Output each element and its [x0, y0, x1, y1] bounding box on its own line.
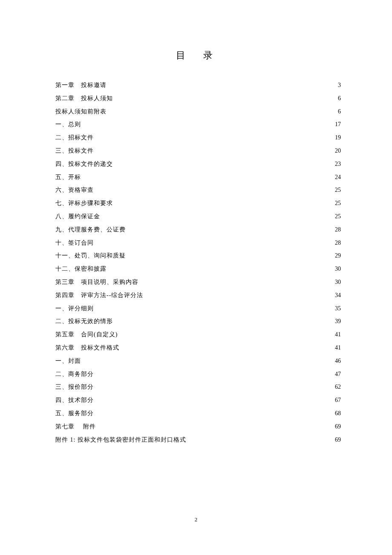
toc-entry-label: 一、评分细则 [55, 302, 94, 315]
toc-entry-label: 第七章 附件 [55, 420, 96, 434]
toc-entry-label: 六、资格审查 [55, 184, 94, 197]
toc-entry-label: 第一章 投标邀请 [55, 79, 107, 92]
toc-entry-label: 二、商务部分 [55, 368, 94, 381]
toc-entry-label: 五、开标 [55, 171, 81, 184]
toc-entry-page: 6 [338, 105, 341, 119]
toc-entry: 六、资格审查25 [55, 184, 341, 197]
toc-entry-page: 35 [335, 302, 341, 315]
toc-entry: 第五章 合同(自定义)41 [55, 328, 341, 341]
toc-entry-label: 三、投标文件 [55, 145, 94, 158]
toc-entry-page: 68 [335, 407, 341, 420]
toc-entry-page: 69 [335, 434, 341, 447]
toc-entry: 第三章 项目说明、采购内容30 [55, 276, 341, 289]
toc-entry: 一、评分细则35 [55, 302, 341, 315]
toc-entry-page: 6 [338, 92, 341, 105]
toc-entry-page: 67 [335, 394, 341, 407]
toc-entry-label: 七、评标步骤和要求 [55, 197, 113, 210]
toc-list: 第一章 投标邀请3第二章 投标人须知6投标人须知前附表6一、总则17二、招标文件… [55, 79, 341, 446]
toc-entry-label: 十二、保密和披露 [55, 263, 107, 276]
toc-entry-page: 24 [335, 171, 341, 184]
toc-entry-page: 20 [335, 145, 341, 158]
toc-entry: 十一、处罚、询问和质疑29 [55, 249, 341, 263]
toc-title: 目 录 [55, 49, 341, 62]
toc-entry-label: 第五章 合同(自定义) [55, 328, 118, 341]
toc-entry: 五、服务部分68 [55, 407, 341, 420]
toc-entry-label: 投标人须知前附表 [55, 105, 107, 119]
toc-entry-page: 30 [335, 263, 341, 276]
toc-entry-page: 28 [335, 237, 341, 250]
toc-entry-page: 39 [335, 315, 341, 328]
toc-entry-page: 19 [335, 131, 341, 145]
toc-entry-label: 四、技术部分 [55, 394, 94, 407]
toc-entry-page: 25 [335, 184, 341, 197]
toc-entry-page: 30 [335, 276, 341, 289]
toc-entry: 第一章 投标邀请3 [55, 79, 341, 92]
toc-entry: 投标人须知前附表6 [55, 105, 341, 119]
toc-entry-page: 69 [335, 420, 341, 434]
toc-entry-page: 62 [335, 381, 341, 394]
toc-entry: 第七章 附件69 [55, 420, 341, 434]
toc-entry: 一、总则17 [55, 118, 341, 131]
toc-entry: 第四章 评审方法--综合评分法34 [55, 289, 341, 302]
toc-entry-page: 34 [335, 289, 341, 302]
toc-entry-page: 46 [335, 355, 341, 368]
toc-entry-page: 41 [335, 341, 341, 355]
toc-entry-label: 五、服务部分 [55, 407, 94, 420]
toc-entry-label: 八、履约保证金 [55, 210, 100, 223]
toc-entry-label: 一、总则 [55, 118, 81, 131]
toc-entry-label: 第六章 投标文件格式 [55, 341, 119, 355]
toc-entry: 七、评标步骤和要求25 [55, 197, 341, 210]
toc-entry-label: 第四章 评审方法--综合评分法 [55, 289, 143, 302]
toc-entry: 二、招标文件19 [55, 131, 341, 145]
toc-entry-page: 25 [335, 210, 341, 223]
page-number: 2 [0, 516, 392, 523]
toc-entry-page: 23 [335, 158, 341, 171]
toc-entry-page: 47 [335, 368, 341, 381]
toc-entry-label: 九、代理服务费、公证费 [55, 223, 126, 237]
toc-entry: 十二、保密和披露30 [55, 263, 341, 276]
toc-entry-label: 四、投标文件的递交 [55, 158, 113, 171]
toc-entry: 九、代理服务费、公证费28 [55, 223, 341, 237]
toc-entry-label: 第二章 投标人须知 [55, 92, 113, 105]
toc-entry-page: 41 [335, 328, 341, 341]
toc-entry-page: 3 [338, 79, 341, 92]
toc-entry-label: 十、签订合同 [55, 237, 94, 250]
toc-entry: 一、封面46 [55, 355, 341, 368]
toc-entry: 第二章 投标人须知6 [55, 92, 341, 105]
toc-entry-label: 附件 1: 投标文件包装袋密封件正面和封口格式 [55, 434, 186, 447]
toc-entry-label: 第三章 项目说明、采购内容 [55, 276, 138, 289]
toc-entry: 三、报价部分62 [55, 381, 341, 394]
toc-entry: 八、履约保证金25 [55, 210, 341, 223]
toc-entry-label: 三、报价部分 [55, 381, 94, 394]
toc-entry-page: 28 [335, 223, 341, 237]
toc-entry-label: 二、招标文件 [55, 131, 94, 145]
toc-entry: 第六章 投标文件格式41 [55, 341, 341, 355]
toc-entry-page: 29 [335, 249, 341, 263]
toc-entry: 二、投标无效的情形39 [55, 315, 341, 328]
toc-entry: 四、技术部分67 [55, 394, 341, 407]
toc-entry-label: 十一、处罚、询问和质疑 [55, 249, 126, 263]
toc-entry-label: 二、投标无效的情形 [55, 315, 113, 328]
toc-entry-label: 一、封面 [55, 355, 81, 368]
toc-entry: 三、投标文件20 [55, 145, 341, 158]
toc-entry: 四、投标文件的递交23 [55, 158, 341, 171]
toc-entry: 十、签订合同28 [55, 237, 341, 250]
toc-entry: 二、商务部分47 [55, 368, 341, 381]
toc-entry: 五、开标24 [55, 171, 341, 184]
toc-entry-page: 17 [335, 118, 341, 131]
toc-entry-page: 25 [335, 197, 341, 210]
toc-entry: 附件 1: 投标文件包装袋密封件正面和封口格式69 [55, 434, 341, 447]
